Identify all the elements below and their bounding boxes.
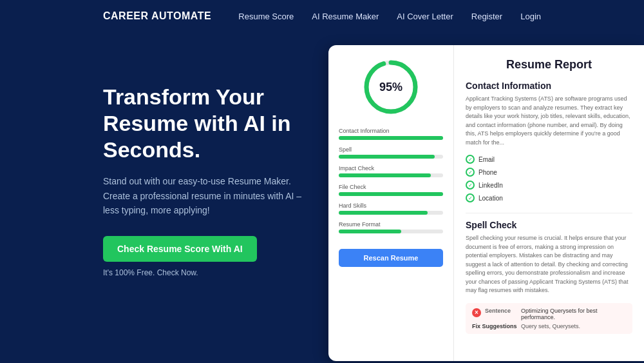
spell-section: Spell Check Spell checking your resume i… [466, 213, 632, 334]
bar-label-format: Resume Format [339, 221, 443, 228]
contact-heading: Contact Information [466, 81, 632, 91]
spell-desc: Spell checking your resume is crucial. I… [466, 234, 632, 295]
bar-label-file: File Check [339, 184, 443, 190]
bar-spell: Spell [339, 146, 443, 159]
fix-row: Fix Suggestions Query sets, Querysets. [472, 323, 626, 329]
spell-sentence-label: Sentence [485, 308, 517, 314]
error-icon [472, 308, 481, 317]
bar-file: File Check [339, 184, 443, 196]
nav-ai-resume-maker[interactable]: AI Resume Maker [312, 12, 379, 21]
fix-value: Query sets, Querysets. [521, 323, 580, 329]
bar-label-spell: Spell [339, 146, 443, 153]
spell-sentence-row: Sentence Optimizing Querysets for best p… [472, 308, 626, 320]
contact-label-email: Email [478, 156, 495, 163]
spell-issue: Sentence Optimizing Querysets for best p… [466, 303, 632, 334]
bar-contact: Contact Information [339, 128, 443, 140]
check-icon-linkedin [466, 181, 475, 190]
navbar: CAREER AUTOMATE Resume Score AI Resume M… [0, 0, 644, 32]
score-bars: Contact Information Spell Impact Check F… [339, 128, 443, 240]
contact-list: Email Phone LinkedIn Location [466, 155, 632, 202]
bar-label-impact: Impact Check [339, 165, 443, 172]
hero-section: Transform Your Resume with AI in Seconds… [0, 32, 644, 363]
nav-resume-score[interactable]: Resume Score [238, 12, 294, 21]
contact-item-location: Location [466, 193, 632, 202]
score-percentage: 95% [379, 81, 402, 94]
report-title: Resume Report [466, 58, 632, 72]
card-right-panel: Resume Report Contact Information Applic… [454, 45, 644, 361]
nav-register[interactable]: Register [471, 12, 502, 21]
resume-card: 95% Contact Information Spell Impact Che… [328, 45, 644, 361]
check-icon-email [466, 155, 475, 164]
contact-label-linkedin: LinkedIn [478, 182, 503, 189]
contact-label-location: Location [478, 195, 503, 202]
cta-sub-text: It's 100% Free. Check Now. [103, 268, 348, 277]
brand-logo[interactable]: CAREER AUTOMATE [103, 10, 211, 22]
nav-login[interactable]: Login [520, 12, 541, 21]
check-icon-location [466, 193, 475, 202]
bar-hardskills: Hard Skills [339, 202, 443, 215]
spell-sentence-value: Optimizing Querysets for best performanc… [521, 308, 626, 320]
hero-title: Transform Your Resume with AI in Seconds… [103, 84, 348, 162]
contact-desc: Applicant Tracking Systems (ATS) are sof… [466, 95, 632, 147]
hero-left: Transform Your Resume with AI in Seconds… [103, 71, 348, 277]
contact-item-email: Email [466, 155, 632, 164]
bar-label-contact: Contact Information [339, 128, 443, 134]
spell-heading: Spell Check [466, 220, 632, 230]
hero-subtitle: Stand out with our easy-to-use Resume Ma… [103, 174, 303, 217]
nav-links: Resume Score AI Resume Maker AI Cover Le… [238, 12, 541, 21]
card-left-panel: 95% Contact Information Spell Impact Che… [328, 45, 454, 361]
bar-impact: Impact Check [339, 165, 443, 177]
contact-item-phone: Phone [466, 168, 632, 177]
bar-label-hardskills: Hard Skills [339, 202, 443, 209]
cta-button[interactable]: Check Resume Score With AI [103, 236, 257, 262]
bar-format: Resume Format [339, 221, 443, 233]
contact-section: Contact Information Applicant Tracking S… [466, 81, 632, 202]
score-circle: 95% [362, 58, 420, 116]
check-icon-phone [466, 168, 475, 177]
fix-label: Fix Suggestions [472, 323, 517, 329]
contact-label-phone: Phone [478, 169, 497, 176]
rescan-button[interactable]: Rescan Resume [339, 249, 443, 267]
nav-ai-cover-letter[interactable]: AI Cover Letter [397, 12, 453, 21]
contact-item-linkedin: LinkedIn [466, 181, 632, 190]
